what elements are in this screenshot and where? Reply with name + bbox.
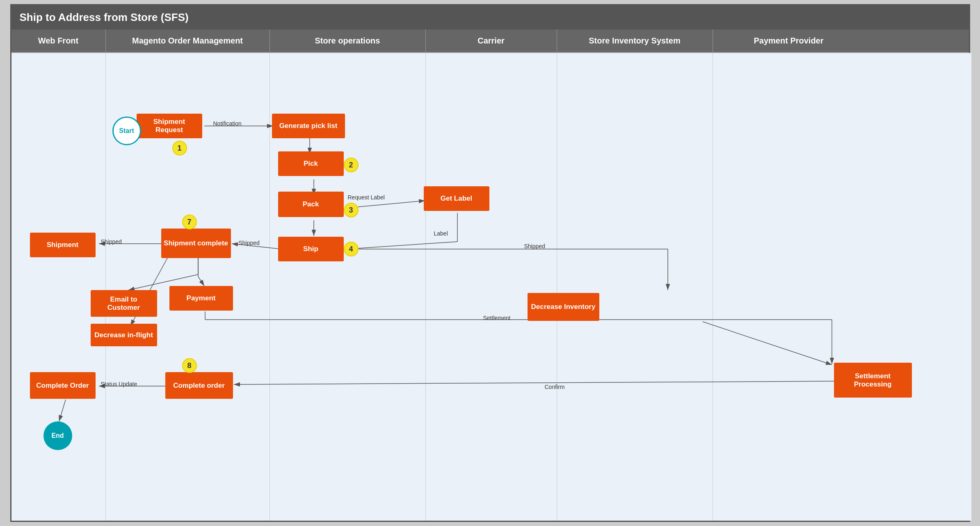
col-header-magento: Magento Order Management bbox=[106, 30, 270, 52]
confirm-label: Confirm bbox=[545, 384, 565, 390]
end-circle: End bbox=[43, 421, 72, 450]
pick-box: Pick bbox=[278, 151, 344, 176]
get-label-box: Get Label bbox=[424, 186, 489, 211]
flow-area: Shipment Request Generate pick list Pick… bbox=[11, 53, 971, 521]
badge-1: 1 bbox=[172, 141, 187, 156]
badge-8: 8 bbox=[182, 358, 197, 373]
shipped3-label: Shipped bbox=[524, 243, 545, 249]
badge-7: 7 bbox=[182, 215, 197, 229]
diagram-wrapper: Ship to Address from Store (SFS) Web Fro… bbox=[10, 4, 970, 522]
shipment-request-box: Shipment Request bbox=[137, 114, 202, 138]
decrease-inventory-box: Decrease Inventory bbox=[528, 293, 599, 321]
complete-order-web-box: Complete Order bbox=[30, 372, 96, 399]
col-payment bbox=[713, 53, 971, 521]
badge-2: 2 bbox=[344, 158, 359, 172]
request-label-label: Request Label bbox=[348, 194, 385, 201]
badge-4: 4 bbox=[344, 242, 359, 256]
col-header-carrier: Carrier bbox=[426, 30, 557, 52]
title-text: Ship to Address from Store (SFS) bbox=[20, 11, 189, 23]
swimlane-header: Web Front Magento Order Management Store… bbox=[11, 30, 969, 53]
generate-pick-list-box: Generate pick list bbox=[272, 114, 345, 138]
pack-box: Pack bbox=[278, 192, 344, 217]
email-customer-box: Email to Customer bbox=[91, 290, 157, 317]
shipment-box: Shipment bbox=[30, 233, 96, 257]
shipped1-label: Shipped bbox=[101, 238, 122, 245]
settlement-label: Settlement bbox=[483, 315, 511, 321]
badge-3: 3 bbox=[344, 203, 359, 217]
col-header-webfront: Web Front bbox=[11, 30, 106, 52]
label-label: Label bbox=[434, 230, 448, 237]
decrease-inflight-box: Decrease in-flight bbox=[91, 324, 157, 346]
title-bar: Ship to Address from Store (SFS) bbox=[11, 5, 969, 30]
settlement-processing-box: Settlement Processing bbox=[834, 363, 912, 398]
start-circle: Start bbox=[112, 117, 141, 145]
col-header-store: Store operations bbox=[270, 30, 426, 52]
shipment-complete-box: Shipment complete bbox=[161, 229, 231, 258]
col-webfront bbox=[11, 53, 106, 521]
notification-label: Notification bbox=[213, 120, 242, 127]
col-header-payment: Payment Provider bbox=[713, 30, 865, 52]
col-header-inventory: Store Inventory System bbox=[557, 30, 713, 52]
col-carrier bbox=[426, 53, 557, 521]
ship-box: Ship bbox=[278, 237, 344, 261]
status-update-label: Status Update bbox=[101, 381, 137, 387]
col-inventory bbox=[557, 53, 713, 521]
payment-box: Payment bbox=[169, 286, 233, 311]
complete-order-mom-box: Complete order bbox=[165, 372, 233, 399]
shipped2-label: Shipped bbox=[239, 240, 260, 246]
